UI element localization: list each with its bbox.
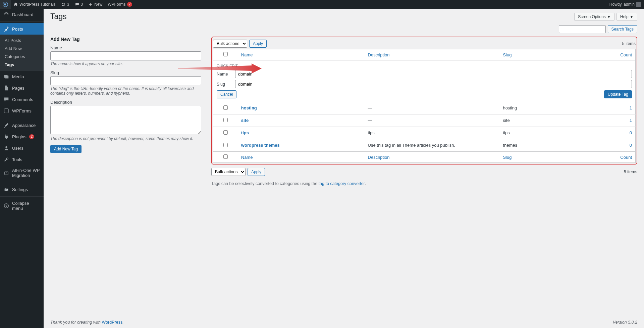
users-icon — [3, 145, 9, 151]
pages-icon — [3, 85, 9, 91]
col-name-foot[interactable]: Name — [241, 155, 253, 160]
col-slug[interactable]: Slug — [503, 52, 512, 57]
qe-name-input[interactable] — [235, 70, 632, 78]
col-description-foot[interactable]: Description — [368, 155, 390, 160]
apply-button-top[interactable]: Apply — [249, 40, 267, 48]
wp-logo[interactable] — [0, 0, 11, 9]
select-all-top[interactable] — [223, 52, 228, 56]
search-input[interactable] — [559, 25, 606, 33]
qe-update-button[interactable]: Update Tag — [604, 90, 632, 98]
menu-pages[interactable]: Pages — [0, 82, 44, 94]
help-button[interactable]: Help ▼ — [616, 13, 637, 21]
menu-settings[interactable]: Settings — [0, 184, 44, 195]
wpforms-link[interactable]: WPForms2 — [105, 0, 135, 9]
svg-point-2 — [5, 146, 7, 148]
tag-name-link[interactable]: hosting — [241, 105, 257, 110]
plug-icon — [3, 134, 9, 140]
migration-icon — [3, 170, 9, 176]
wrench-icon — [3, 156, 9, 162]
qe-cancel-button[interactable]: Cancel — [217, 90, 236, 98]
svg-point-4 — [5, 188, 6, 189]
table-highlight-box: Bulk actions Apply 5 items Name Descript… — [211, 37, 637, 165]
row-checkbox[interactable] — [223, 143, 228, 147]
menu-tools[interactable]: Tools — [0, 154, 44, 165]
col-name[interactable]: Name — [241, 52, 253, 57]
row-checkbox[interactable] — [223, 130, 228, 135]
menu-wpforms[interactable]: WPForms — [0, 105, 44, 116]
quick-edit-title: QUICK EDIT — [217, 64, 632, 68]
menu-dashboard[interactable]: Dashboard — [0, 9, 44, 20]
apply-button-bottom[interactable]: Apply — [248, 168, 265, 176]
main-content: Tags Screen Options ▼ Help ▼ Search Tags… — [44, 0, 644, 206]
tag-name-link[interactable]: wordpress themes — [241, 143, 280, 148]
tag-description: tips — [365, 127, 500, 139]
comments-link[interactable]: 0 — [72, 0, 86, 9]
menu-migration[interactable]: All-in-One WP Migration — [0, 165, 44, 181]
tag-to-category-link[interactable]: tag to category converter — [319, 181, 365, 186]
qe-slug-input[interactable] — [235, 80, 632, 88]
description-help: The description is not prominent by defa… — [50, 136, 201, 141]
row-checkbox[interactable] — [223, 118, 228, 122]
menu-appearance[interactable]: Appearance — [0, 120, 44, 131]
home-icon — [13, 2, 18, 7]
col-description[interactable]: Description — [368, 52, 390, 57]
form-icon — [3, 108, 9, 114]
collapse-icon — [3, 203, 9, 206]
svg-rect-1 — [4, 109, 9, 113]
tag-description: — — [365, 114, 500, 127]
new-link[interactable]: New — [86, 0, 105, 9]
bulk-actions-select-bottom[interactable]: Bulk actions — [211, 168, 246, 176]
select-all-bottom[interactable] — [223, 154, 228, 159]
col-count[interactable]: Count — [620, 52, 632, 57]
col-slug-foot[interactable]: Slug — [503, 155, 512, 160]
tag-description-input[interactable] — [50, 106, 201, 134]
tag-count-link[interactable]: 0 — [630, 130, 632, 135]
qe-slug-label: Slug — [217, 82, 232, 87]
tag-count-link[interactable]: 1 — [630, 105, 632, 110]
items-count-top: 5 items — [622, 41, 636, 46]
account-link[interactable]: Howdy, admin — [607, 0, 644, 9]
submenu-add-new[interactable]: Add New — [0, 45, 44, 53]
submenu-all-posts[interactable]: All Posts — [0, 37, 44, 45]
converter-note: Tags can be selectively converted to cat… — [211, 181, 637, 186]
submenu-categories[interactable]: Categories — [0, 53, 44, 61]
pin-icon — [3, 26, 9, 32]
table-row: tipstipstips0 — [213, 127, 636, 139]
search-tags-button[interactable]: Search Tags — [608, 25, 638, 33]
tag-slug: themes — [499, 139, 584, 152]
quick-edit-panel: QUICK EDIT Name Slug Cancel — [213, 60, 636, 102]
items-count-bottom: 5 items — [624, 170, 637, 174]
menu-collapse[interactable]: Collapse menu — [0, 198, 44, 206]
tag-description: Use this tag in all Theme articles you p… — [365, 139, 500, 152]
menu-posts[interactable]: Posts — [0, 23, 44, 35]
col-count-foot[interactable]: Count — [620, 155, 632, 160]
tag-count-link[interactable]: 1 — [630, 118, 632, 123]
sliders-icon — [3, 186, 9, 192]
svg-point-5 — [7, 189, 8, 190]
name-label: Name — [50, 45, 201, 50]
submenu-tags[interactable]: Tags — [0, 61, 44, 69]
tag-name-link[interactable]: site — [241, 118, 249, 123]
row-checkbox[interactable] — [223, 105, 228, 110]
site-name-link[interactable]: WordPress Tutorials — [11, 0, 58, 9]
add-new-tag-button[interactable]: Add New Tag — [50, 145, 82, 153]
table-row: hosting—hosting1 — [213, 102, 636, 114]
description-label: Description — [50, 100, 201, 105]
tag-slug-input[interactable] — [50, 76, 201, 85]
tag-slug: tips — [499, 127, 584, 139]
menu-comments[interactable]: Comments — [0, 94, 44, 105]
brush-icon — [3, 122, 9, 128]
bulk-actions-select-top[interactable]: Bulk actions — [213, 40, 247, 48]
menu-users[interactable]: Users — [0, 142, 44, 154]
menu-media[interactable]: Media — [0, 71, 44, 82]
add-new-tag-heading: Add New Tag — [50, 37, 201, 42]
qe-name-label: Name — [217, 72, 232, 77]
updates-link[interactable]: 3 — [58, 0, 72, 9]
tag-name-input[interactable] — [50, 51, 201, 60]
tag-name-link[interactable]: tips — [241, 130, 249, 135]
slug-label: Slug — [50, 70, 201, 75]
tag-count-link[interactable]: 0 — [630, 143, 632, 148]
wordpress-icon — [3, 2, 8, 7]
screen-options-button[interactable]: Screen Options ▼ — [574, 13, 614, 21]
menu-plugins[interactable]: Plugins2 — [0, 131, 44, 142]
